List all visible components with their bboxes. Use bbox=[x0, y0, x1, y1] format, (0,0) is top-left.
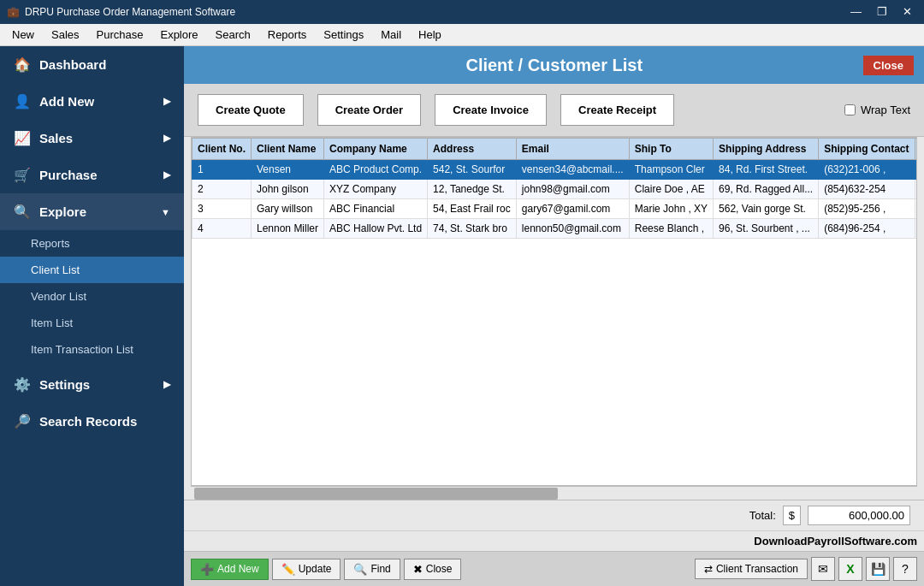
sidebar-item-client-list[interactable]: Client List bbox=[0, 257, 184, 283]
table-cell: john98@gmail.com bbox=[516, 180, 629, 199]
app-title: DRPU Purchase Order Management Software bbox=[25, 6, 235, 18]
total-bar: Total: $ bbox=[184, 500, 924, 530]
client-table: Client No. Client Name Company Name Addr… bbox=[192, 138, 917, 239]
col-balance: Balance bbox=[915, 139, 917, 160]
title-bar-left: 💼 DRPU Purchase Order Management Softwar… bbox=[7, 6, 235, 18]
client-transaction-button[interactable]: ⇄ Client Transaction bbox=[695, 559, 808, 579]
bottom-left-buttons: ➕ Add New ✏️ Update 🔍 Find ✖ Close bbox=[191, 559, 461, 580]
save-icon-button[interactable]: 💾 bbox=[866, 557, 890, 581]
sidebar-vendor-list-label: Vendor List bbox=[31, 290, 86, 303]
sidebar-item-explore[interactable]: 🔍 Explore ▼ bbox=[0, 193, 184, 230]
minimize-button[interactable]: — bbox=[845, 3, 867, 21]
title-bar-controls: — ❐ ✕ bbox=[845, 3, 917, 21]
app-icon: 💼 bbox=[7, 6, 20, 18]
close-panel-button[interactable]: Close bbox=[863, 56, 914, 75]
sidebar-item-add-new[interactable]: 👤 Add New ▶ bbox=[0, 83, 184, 120]
bottom-right-buttons: ⇄ Client Transaction ✉ X 💾 ? bbox=[695, 557, 917, 581]
pencil-icon: ✏️ bbox=[281, 563, 295, 576]
sidebar-item-vendor-list[interactable]: Vendor List bbox=[0, 283, 184, 310]
close-window-button[interactable]: ✕ bbox=[897, 3, 917, 21]
chevron-right-icon-purchase: ▶ bbox=[163, 169, 170, 181]
sidebar-item-reports[interactable]: Reports bbox=[0, 230, 184, 257]
client-table-container[interactable]: Client No. Client Name Company Name Addr… bbox=[191, 137, 917, 486]
menu-purchase[interactable]: Purchase bbox=[88, 26, 152, 44]
menu-search[interactable]: Search bbox=[207, 26, 259, 44]
email-icon-button[interactable]: ✉ bbox=[811, 557, 835, 581]
add-new-button[interactable]: ➕ Add New bbox=[191, 559, 269, 580]
table-cell: 54, East Frail roc bbox=[428, 199, 517, 219]
close-button[interactable]: ✖ Close bbox=[404, 559, 462, 580]
col-email: Email bbox=[516, 139, 629, 160]
close-label: Close bbox=[426, 563, 453, 575]
save-icon: 💾 bbox=[871, 562, 886, 576]
settings-icon: ⚙️ bbox=[14, 376, 31, 393]
table-cell: 150,000.00 bbox=[915, 219, 917, 239]
create-quote-button[interactable]: Create Quote bbox=[198, 94, 304, 126]
menu-new[interactable]: New bbox=[3, 26, 43, 44]
table-cell: 562, Vain gorge St. bbox=[714, 199, 819, 219]
sidebar-item-transaction-label: Item Transaction List bbox=[31, 343, 133, 356]
maximize-button[interactable]: ❐ bbox=[872, 3, 892, 21]
menu-mail[interactable]: Mail bbox=[372, 26, 410, 44]
menu-explore[interactable]: Explore bbox=[151, 26, 206, 44]
plus-icon: ➕ bbox=[200, 563, 214, 576]
update-button[interactable]: ✏️ Update bbox=[272, 559, 341, 580]
wrap-text-area: Wrap Text bbox=[844, 104, 910, 116]
create-invoice-button[interactable]: Create Invoice bbox=[435, 94, 547, 126]
sidebar-sales-label: Sales bbox=[39, 131, 73, 145]
sales-icon: 📈 bbox=[14, 130, 31, 146]
help-icon-button[interactable]: ? bbox=[893, 557, 917, 581]
table-header-row: Client No. Client Name Company Name Addr… bbox=[192, 139, 918, 160]
content-header: Client / Customer List Close bbox=[184, 46, 924, 84]
create-order-button[interactable]: Create Order bbox=[317, 94, 421, 126]
client-transaction-label: Client Transaction bbox=[716, 563, 798, 575]
sidebar-add-new-label: Add New bbox=[39, 94, 94, 109]
excel-icon-button[interactable]: X bbox=[838, 557, 862, 581]
sidebar-item-settings[interactable]: ⚙️ Settings ▶ bbox=[0, 366, 184, 403]
wrap-text-checkbox[interactable] bbox=[844, 104, 856, 115]
sidebar-item-item-transaction-list[interactable]: Item Transaction List bbox=[0, 336, 184, 363]
table-cell: (852)95-256 , bbox=[819, 199, 915, 219]
sidebar-search-records-label: Search Records bbox=[39, 414, 137, 429]
table-cell: ABC Financial bbox=[324, 199, 428, 219]
sidebar-item-item-list[interactable]: Item List bbox=[0, 310, 184, 336]
table-row[interactable]: 2John gilsonXYZ Company12, Tanedge St.jo… bbox=[192, 180, 918, 199]
horizontal-scrollbar[interactable] bbox=[191, 486, 917, 500]
bottom-toolbar: ➕ Add New ✏️ Update 🔍 Find ✖ Close bbox=[184, 551, 924, 586]
menu-reports[interactable]: Reports bbox=[259, 26, 316, 44]
home-icon: 🏠 bbox=[14, 56, 31, 73]
table-cell: vensen34@abcmail.... bbox=[516, 160, 629, 180]
create-receipt-button[interactable]: Create Receipt bbox=[560, 94, 674, 126]
watermark: DownloadPayrollSoftware.com bbox=[184, 530, 924, 551]
table-row[interactable]: 4Lennon MillerABC Hallow Pvt. Ltd74, St.… bbox=[192, 219, 918, 239]
table-cell: Vensen bbox=[252, 160, 324, 180]
add-new-label: Add New bbox=[217, 563, 259, 575]
table-cell: Lennon Miller bbox=[252, 219, 324, 239]
menu-sales[interactable]: Sales bbox=[43, 26, 88, 44]
table-row[interactable]: 1VensenABC Product Comp.542, St. Sourfor… bbox=[192, 160, 918, 180]
menu-bar: New Sales Purchase Explore Search Report… bbox=[0, 24, 924, 46]
sidebar-item-sales[interactable]: 📈 Sales ▶ bbox=[0, 120, 184, 157]
table-cell: 200,000.00 bbox=[915, 199, 917, 219]
update-label: Update bbox=[299, 563, 332, 575]
help-icon: ? bbox=[902, 562, 909, 576]
menu-settings[interactable]: Settings bbox=[315, 26, 372, 44]
chevron-right-icon-settings: ▶ bbox=[163, 379, 170, 390]
table-row[interactable]: 3Gary willsonABC Financial54, East Frail… bbox=[192, 199, 918, 219]
search-records-icon: 🔎 bbox=[14, 413, 31, 429]
search-icon: 🔍 bbox=[353, 563, 367, 576]
sidebar-reports-label: Reports bbox=[31, 237, 70, 250]
table-cell: 1 bbox=[192, 160, 252, 180]
table-cell: 2 bbox=[192, 180, 252, 199]
table-cell: John gilson bbox=[252, 180, 324, 199]
table-cell: gary67@gamil.com bbox=[516, 199, 629, 219]
sidebar-dashboard-label: Dashboard bbox=[39, 57, 106, 72]
find-button[interactable]: 🔍 Find bbox=[344, 559, 400, 580]
menu-help[interactable]: Help bbox=[410, 26, 450, 44]
total-value-input[interactable] bbox=[808, 506, 910, 525]
sidebar-item-purchase[interactable]: 🛒 Purchase ▶ bbox=[0, 157, 184, 193]
sidebar-item-dashboard[interactable]: 🏠 Dashboard bbox=[0, 46, 184, 83]
sidebar-item-search-records[interactable]: 🔎 Search Records bbox=[0, 403, 184, 440]
chevron-right-icon: ▶ bbox=[163, 96, 170, 107]
table-cell: 542, St. Sourfor bbox=[428, 160, 517, 180]
